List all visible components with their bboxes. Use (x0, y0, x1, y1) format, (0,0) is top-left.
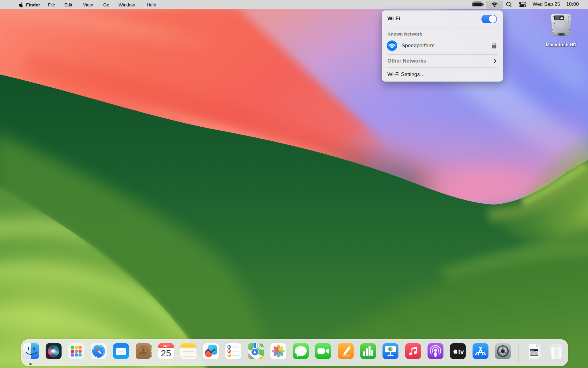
svg-text:SEP: SEP (163, 344, 168, 347)
svg-text:tv: tv (458, 348, 464, 355)
svg-text:25: 25 (161, 348, 171, 358)
